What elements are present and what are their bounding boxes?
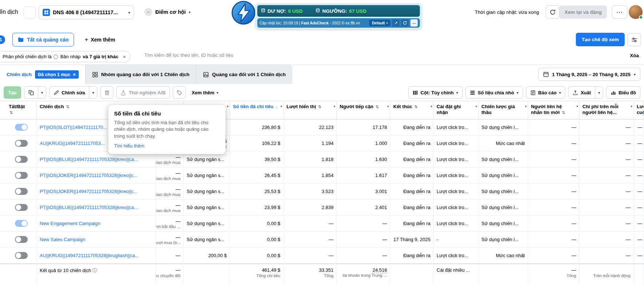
plus-icon: +	[85, 36, 88, 43]
review-publish-button[interactable]: Xem lại và đăng	[559, 5, 607, 19]
cell-budget: 200,00 $	[184, 248, 230, 263]
sort-desc-icon: ↓	[276, 105, 278, 109]
delete-button[interactable]	[100, 86, 113, 99]
header-reach[interactable]: Người tiếp cận ⇅▾	[337, 101, 390, 119]
export-dropdown[interactable]: ▾	[595, 87, 603, 98]
more-options-button[interactable]: ⋯	[612, 5, 627, 19]
refresh-adscheck-button[interactable]	[401, 19, 409, 27]
search-input[interactable]	[144, 52, 378, 58]
date-range-picker[interactable]: 1 Tháng 9, 2025 – 20 Tháng 9, 2025 ▾	[538, 68, 640, 81]
caret-down-icon[interactable]: ▾	[280, 105, 282, 109]
cell-contacts: —	[528, 119, 579, 135]
campaign-link[interactable]: PT||IOS|JOKER||1494721111705328||kreo||c…	[40, 189, 153, 194]
campaign-toggle[interactable]	[15, 204, 28, 211]
refresh-button[interactable]	[546, 5, 559, 19]
copy-icon	[28, 90, 34, 95]
cell-spent: 236,80 $	[230, 119, 284, 135]
columns-dropdown[interactable]: Cột: Tùy chỉnh▾	[408, 86, 462, 99]
chevron-down-icon: ▾	[386, 21, 388, 25]
filter-chip[interactable]: Phân phối chiến dịch là Bản nháp và 7 gi…	[0, 51, 130, 62]
table-row: New Sales Campaign—ượt mua (tr...Sử dụng…	[0, 232, 644, 248]
view-settings-button[interactable]	[628, 33, 641, 46]
campaign-toggle[interactable]	[15, 236, 28, 243]
default-profile-dropdown[interactable]: Default▾	[369, 20, 390, 26]
more-actions-dropdown[interactable]: Xem thêm▾	[189, 86, 221, 99]
caret-down-icon[interactable]: ▾	[227, 105, 229, 109]
tab-ads[interactable]: Quảng cáo đối với 1 Chiến dịch	[196, 65, 292, 84]
see-more-button[interactable]: +Xem thêm	[81, 33, 119, 47]
campaign-toggle[interactable]	[15, 172, 28, 179]
cell-extra: —	[634, 152, 644, 167]
image-icon	[203, 72, 209, 78]
campaign-link[interactable]: AU||KRUG||1494721111705328||krugliash||c…	[40, 253, 153, 258]
caret-down-icon[interactable]: ▾	[576, 105, 578, 109]
tab-campaigns[interactable]: Chiến dịch Đã chọn 1 mục×	[0, 65, 85, 84]
footer-budget	[184, 264, 230, 285]
header-end[interactable]: Kết thúc ⇅▾	[390, 101, 434, 119]
campaign-toggle[interactable]	[15, 188, 28, 195]
caret-down-icon[interactable]: ▾	[525, 105, 527, 109]
campaign-toggle[interactable]	[15, 252, 28, 259]
refresh-icon	[550, 9, 556, 15]
header-toggle[interactable]: Tất/Bật⇅	[0, 101, 37, 119]
header-extra[interactable]: Lượt cuộc	[634, 101, 644, 119]
toggle-cell	[0, 119, 37, 135]
caret-down-icon[interactable]: ▾	[631, 105, 632, 109]
info-icon[interactable]: ⓘ	[93, 268, 97, 273]
charts-button[interactable]: Biểu đồ	[606, 86, 640, 99]
header-bid-strategy[interactable]: Chiến lược giá thầu▾	[479, 101, 528, 119]
campaign-link[interactable]: PT||IOS|JOKER||1494721111705328||kreo||c…	[40, 173, 153, 178]
caret-down-icon[interactable]: ▾	[430, 105, 432, 109]
chevron-down-icon: ▾	[189, 10, 191, 14]
campaign-link[interactable]: PT||IOS||BLUE||1494721111705328||kreo||c…	[40, 157, 153, 162]
clear-selection-icon[interactable]: ×	[73, 72, 76, 77]
cell-bid: Sử dụng chiến l...	[479, 152, 528, 167]
campaign-link[interactable]: New Sales Campaign	[40, 237, 153, 242]
campaign-toggle[interactable]	[15, 140, 28, 147]
all-ads-tab[interactable]: Tất cả quảng cáo	[12, 33, 74, 47]
header-spent[interactable]: Số tiền đã chi tiêu ↓▾	[230, 101, 284, 119]
toggle-cell	[0, 184, 37, 199]
trash-icon	[104, 90, 110, 95]
open-external-button[interactable]: ↗	[392, 19, 399, 27]
caret-down-icon[interactable]: ▾	[475, 105, 477, 109]
collapsed-panel-button[interactable]	[23, 6, 36, 19]
learn-more-link[interactable]: Tìm hiểu thêm	[114, 143, 144, 149]
tab-adsets[interactable]: Nhóm quảng cáo đối với 1 Chiến dịch	[85, 65, 196, 84]
duplicate-button[interactable]	[24, 87, 38, 98]
balance-label: DƯ NỢ:	[268, 8, 286, 14]
caret-down-icon[interactable]: ▾	[333, 105, 335, 109]
avatar[interactable]	[629, 5, 643, 19]
cell-spent: 25,53 $	[230, 184, 284, 199]
header-cost-per-contact[interactable]: Chi phí trên mỗi người liên hệ...▾	[579, 101, 634, 119]
campaign-toggle[interactable]	[15, 220, 28, 227]
edit-button[interactable]: Chỉnh sửa	[50, 87, 89, 98]
campaign-link[interactable]: PT||IOS||BLUE||1494721111705328||kreo||c…	[40, 205, 153, 210]
create-button[interactable]: Tạo	[4, 86, 21, 99]
tag-button[interactable]	[173, 86, 186, 99]
flask-icon	[121, 90, 126, 95]
clear-filters-button[interactable]: Xóa	[630, 53, 639, 58]
header-attribution[interactable]: Cài đặt ghi nhận▾	[434, 101, 479, 119]
remove-filter-icon[interactable]: ×	[123, 54, 126, 60]
header-impressions[interactable]: Lượt hiển thị ⇅▾	[284, 101, 337, 119]
minimize-button[interactable]: —	[410, 19, 418, 27]
campaign-toggle[interactable]	[15, 124, 28, 131]
ab-test-button[interactable]: Thử nghiệm A/B	[116, 86, 170, 99]
duplicate-dropdown[interactable]: ▾	[38, 87, 46, 98]
table-body: PT||IOS|SLOT||149472111170...—Sử dụng ng…	[0, 119, 644, 264]
breakdown-dropdown[interactable]: Số liệu chia nhỏ▾	[465, 86, 523, 99]
ad-account-dropdown[interactable]: DNS 406 8 (14947211117... ▾	[39, 5, 134, 19]
spent-tooltip: Số tiền đã chi tiêu Tổng số tiền ước tín…	[108, 105, 226, 154]
caret-down-icon[interactable]: ▾	[387, 105, 389, 109]
header-new-messaging-contacts[interactable]: Người liên hệ nhắn tin mới ⇅▾	[528, 101, 579, 119]
reports-dropdown[interactable]: Báo cáo▾	[526, 86, 566, 99]
campaign-link[interactable]: New Engagement Campaign	[40, 221, 153, 226]
edit-dropdown[interactable]: ▾	[89, 87, 97, 98]
opportunity-score-dropdown[interactable]: – Điểm cơ hội ▾	[144, 8, 191, 16]
create-view-button[interactable]: Tạo chế độ xem	[576, 33, 625, 46]
export-button[interactable]: Xuất	[569, 87, 595, 98]
cell-reach: 1.630	[337, 152, 390, 167]
campaign-toggle[interactable]	[15, 156, 28, 163]
actions-toolbar: Tạo ▾ Chỉnh sửa ▾ Thử nghiệm A/B Xem thê…	[0, 84, 644, 101]
